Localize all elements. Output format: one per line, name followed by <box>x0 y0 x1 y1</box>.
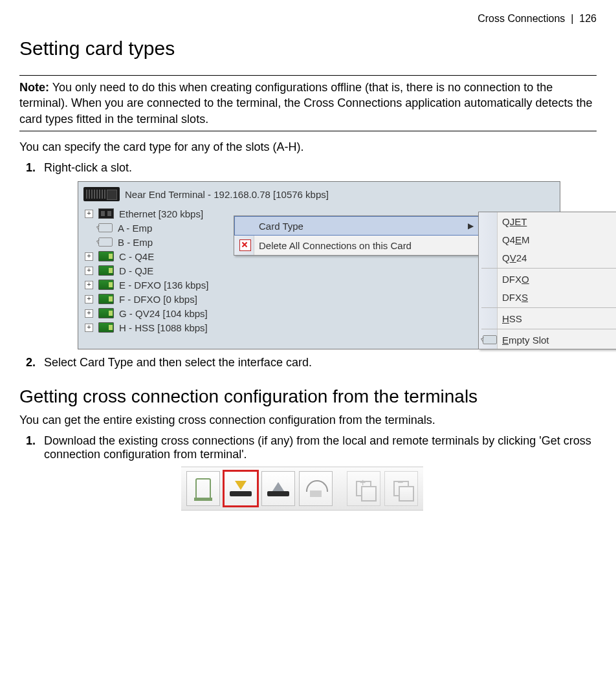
terminal-outline-icon <box>195 478 211 499</box>
expand-icon[interactable]: + <box>85 309 93 318</box>
card-icon <box>98 280 114 290</box>
submenu-item-dfxo[interactable]: DFXO <box>479 270 616 288</box>
tree-label-slot-h: H - HSS [1088 kbps] <box>119 322 208 333</box>
steps-list-1b: Select Card Type and then select the int… <box>19 356 597 370</box>
tree-label-slot-a: A - Emp <box>118 223 152 234</box>
toolbar-btn-send-config[interactable] <box>261 471 295 506</box>
delete-icon <box>238 238 252 252</box>
heading-getting-config: Getting cross connection configuration f… <box>19 386 597 407</box>
step2-1: Download the existing cross connections … <box>39 434 597 461</box>
expand-icon[interactable]: + <box>85 295 93 303</box>
expand-all-icon <box>356 481 371 496</box>
intro-text: You can specify the card type for any of… <box>19 139 597 155</box>
spacer <box>85 225 93 232</box>
toolbar-btn-expand[interactable] <box>347 471 380 506</box>
expand-icon[interactable]: + <box>85 252 93 261</box>
step-1-text: Right-click a slot. <box>44 161 132 174</box>
menu-separator <box>481 329 616 329</box>
getting-intro: You can get the entire existing cross co… <box>19 412 597 428</box>
card-icon <box>98 265 114 276</box>
toolbar-btn-get-config[interactable] <box>224 471 258 506</box>
submenu-arrow-icon: ▶ <box>468 221 474 230</box>
tree-root-row[interactable]: Near End Terminal - 192.168.0.78 [10576 … <box>78 182 560 205</box>
terminal-icon <box>83 187 120 201</box>
tree-label-ethernet: Ethernet [320 kbps] <box>119 208 203 219</box>
tree-label-slot-c: C - Q4E <box>119 251 154 262</box>
submenu-item-hss[interactable]: HSS <box>479 309 616 327</box>
tree-label-slot-g: G - QV24 [104 kbps] <box>119 308 208 319</box>
submenu-item-qjet[interactable]: QJET <box>479 212 616 230</box>
tree-label-slot-e: E - DFXO [136 kbps] <box>119 280 208 291</box>
submenu-item-qv24[interactable]: QV24 <box>479 248 616 267</box>
card-icon <box>98 251 114 261</box>
menu-item-card-type[interactable]: Card Type ▶ <box>234 216 479 236</box>
radio-link-icon <box>306 480 325 497</box>
header-page: 126 <box>579 13 597 24</box>
tree-label-slot-f: F - DFXO [0 kbps] <box>119 294 197 305</box>
toolbar-screenshot <box>181 467 423 511</box>
menu-separator <box>481 307 616 308</box>
menu-item-delete-all-label: Delete All Connections on this Card <box>259 240 474 251</box>
toolbar-btn-terminal[interactable] <box>186 471 220 506</box>
page-header: Cross Connections | 126 <box>19 13 597 25</box>
expand-icon[interactable]: + <box>85 281 93 289</box>
empty-slot-icon <box>98 237 113 247</box>
expand-icon[interactable]: + <box>85 210 93 218</box>
toolbar-btn-collapse[interactable] <box>384 471 418 506</box>
header-sep: | <box>571 13 573 24</box>
menu-separator <box>481 268 616 269</box>
note-label: Note: <box>19 81 49 94</box>
download-icon <box>230 481 252 496</box>
menu-icon-blank <box>238 219 252 233</box>
tree-label-slot-b: B - Emp <box>118 237 153 248</box>
submenu-item-dfxs[interactable]: DFXS <box>479 288 616 306</box>
menu-item-delete-all[interactable]: Delete All Connections on this Card <box>234 236 479 255</box>
step-2: Select Card Type and then select the int… <box>39 356 597 370</box>
collapse-all-icon <box>393 481 409 496</box>
empty-slot-icon <box>483 335 497 344</box>
toolbar-btn-link[interactable] <box>299 471 333 506</box>
heading-setting-card-types: Setting card types <box>19 38 597 60</box>
tree-label-slot-d: D - QJE <box>119 265 153 276</box>
steps-list-1: Right-click a slot. <box>19 161 597 175</box>
tree-root-label: Near End Terminal - 192.168.0.78 [10576 … <box>125 189 329 200</box>
tree-screenshot: Near End Terminal - 192.168.0.78 [10576 … <box>78 181 560 349</box>
steps-list-2: Download the existing cross connections … <box>19 434 597 461</box>
expand-icon[interactable]: + <box>85 267 93 275</box>
step-2-text: Select Card Type and then select the int… <box>44 356 312 369</box>
card-type-submenu: QJET Q4EM QV24 DFXO DFXS HSS Empty Slot <box>478 212 616 349</box>
ethernet-icon <box>98 208 114 219</box>
upload-icon <box>267 481 289 496</box>
spacer <box>85 239 93 246</box>
empty-slot-icon <box>98 223 113 232</box>
expand-icon[interactable]: + <box>85 324 93 332</box>
card-icon <box>98 308 114 318</box>
menu-item-card-type-label: Card Type <box>259 221 461 232</box>
step-1: Right-click a slot. <box>39 161 597 175</box>
note-text: You only need to do this when creating c… <box>19 81 592 126</box>
header-section: Cross Connections <box>478 13 565 24</box>
card-icon <box>98 294 114 304</box>
step2-1-text: Download the existing cross connections … <box>44 434 591 461</box>
card-icon <box>98 322 114 333</box>
submenu-item-empty-slot[interactable]: Empty Slot <box>479 331 616 349</box>
note-box: Note: You only need to do this when crea… <box>19 75 597 131</box>
context-menu: Card Type ▶ Delete All Connections on th… <box>234 215 479 256</box>
submenu-item-q4em[interactable]: Q4EM <box>479 230 616 248</box>
